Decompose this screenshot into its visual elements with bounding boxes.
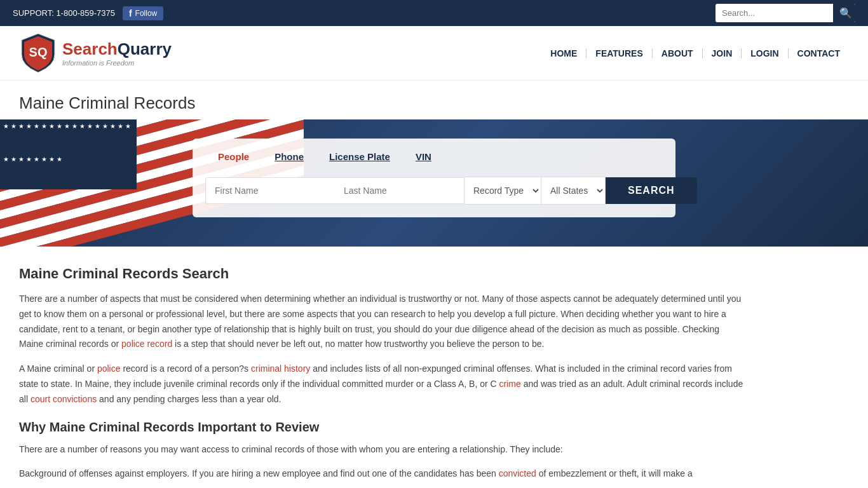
section2-paragraph2: Background of offenses against employers… xyxy=(19,466,743,482)
criminal-history-link[interactable]: criminal history xyxy=(251,363,310,374)
svg-text:SQ: SQ xyxy=(29,45,48,59)
nav-join[interactable]: JOIN xyxy=(703,48,742,58)
states-select[interactable]: All States Alabama Alaska Maine xyxy=(541,177,606,205)
nav-features[interactable]: FEATURES xyxy=(587,48,652,58)
top-search-input[interactable] xyxy=(715,5,833,21)
logo-text-search: Search xyxy=(62,39,118,58)
crime-link[interactable]: crime xyxy=(499,379,521,389)
logo-text: SearchQuarry Information is Freedom xyxy=(62,39,172,67)
nav-contact[interactable]: CONTACT xyxy=(789,48,849,58)
nav-about[interactable]: ABOUT xyxy=(653,48,703,58)
first-name-input[interactable] xyxy=(205,177,335,204)
page-title: Maine Criminal Records xyxy=(19,93,849,113)
tab-people[interactable]: People xyxy=(205,146,262,167)
stars-section: ★★★★★ ★★★★★ ★★★★★ ★★★★★ ★★★★★ xyxy=(0,119,137,189)
content-area: Maine Criminal Records Search There are … xyxy=(0,247,763,488)
search-form: Record Type Criminal Arrest Court All St… xyxy=(193,167,675,217)
top-search-bar[interactable]: 🔍 xyxy=(715,4,855,22)
section1-paragraph2: A Maine criminal or police record is a r… xyxy=(19,362,743,407)
last-name-input[interactable] xyxy=(335,177,465,204)
facebook-follow-button[interactable]: f Follow xyxy=(123,6,163,20)
search-button[interactable]: SEARCH xyxy=(606,177,697,204)
search-tabs: People Phone License Plate VIN xyxy=(193,139,675,167)
tab-phone[interactable]: Phone xyxy=(262,146,316,167)
convicted-link[interactable]: convicted xyxy=(499,468,536,478)
page-title-section: Maine Criminal Records xyxy=(0,81,868,119)
header: SQ SearchQuarry Information is Freedom H… xyxy=(0,26,868,81)
tab-vin[interactable]: VIN xyxy=(403,146,444,167)
main-nav: HOME FEATURES ABOUT JOIN LOGIN CONTACT xyxy=(541,48,849,58)
section2-paragraph1: There are a number of reasons you may wa… xyxy=(19,442,743,458)
section2-title: Why Maine Criminal Records Important to … xyxy=(19,420,743,435)
facebook-icon: f xyxy=(129,8,132,18)
police-link[interactable]: police xyxy=(97,363,121,374)
support-number: SUPPORT: 1-800-859-7375 xyxy=(13,8,115,18)
logo-tagline: Information is Freedom xyxy=(62,59,172,67)
hero-banner: ★★★★★ ★★★★★ ★★★★★ ★★★★★ ★★★★★ People Pho… xyxy=(0,119,868,247)
top-search-button[interactable]: 🔍 xyxy=(833,4,855,22)
section1-paragraph1: There are a number of aspects that must … xyxy=(19,292,743,352)
logo: SQ SearchQuarry Information is Freedom xyxy=(19,32,172,74)
nav-login[interactable]: LOGIN xyxy=(742,48,788,58)
record-type-select[interactable]: Record Type Criminal Arrest Court xyxy=(465,177,541,205)
top-bar-left: SUPPORT: 1-800-859-7375 f Follow xyxy=(13,6,163,20)
court-convictions-link[interactable]: court convictions xyxy=(31,394,97,404)
follow-label: Follow xyxy=(135,9,158,18)
logo-text-quarry: Quarry xyxy=(118,39,172,58)
police-record-link[interactable]: police record xyxy=(121,339,172,349)
logo-icon: SQ xyxy=(19,32,57,74)
top-bar: SUPPORT: 1-800-859-7375 f Follow 🔍 xyxy=(0,0,868,26)
tab-license-plate[interactable]: License Plate xyxy=(316,146,403,167)
nav-home[interactable]: HOME xyxy=(541,48,587,58)
search-panel: People Phone License Plate VIN Record Ty… xyxy=(193,139,675,217)
section1-title: Maine Criminal Records Search xyxy=(19,266,743,282)
